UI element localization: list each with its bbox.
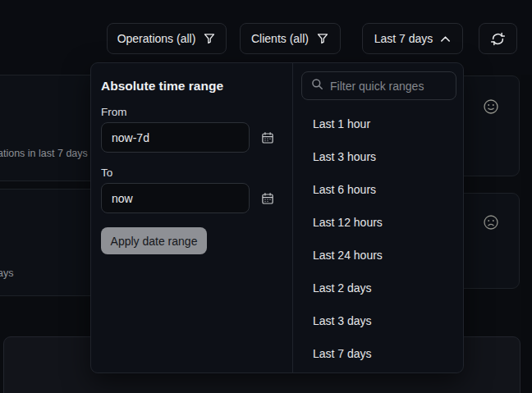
happy-face-icon: [483, 98, 499, 118]
quick-range-item[interactable]: Last 1 hour: [293, 107, 463, 140]
operations-filter-label: Operations (all): [117, 32, 196, 45]
card-caption: ations in last 7 days: [0, 148, 88, 159]
dashboard-screen: ations in last 7 days ays Operations (al…: [0, 0, 532, 393]
from-label: From: [101, 106, 127, 118]
absolute-time-range-heading: Absolute time range: [101, 79, 223, 94]
quick-ranges-filter-input[interactable]: [330, 80, 447, 93]
time-range-dropdown: Absolute time range From To: [90, 62, 464, 373]
refresh-icon: [490, 31, 506, 47]
calendar-icon[interactable]: [259, 190, 276, 207]
time-range-button[interactable]: Last 7 days: [362, 23, 463, 54]
funnel-icon: [203, 32, 216, 45]
quick-range-item[interactable]: Last 24 hours: [293, 239, 463, 272]
quick-range-list: Last 1 hour Last 3 hours Last 6 hours La…: [293, 107, 463, 370]
funnel-icon: [316, 32, 329, 45]
quick-range-item[interactable]: Last 7 days: [293, 337, 463, 370]
to-input[interactable]: [101, 183, 250, 213]
refresh-button[interactable]: [479, 23, 517, 54]
clients-filter-label: Clients (all): [251, 32, 309, 45]
quick-ranges-search-box: [301, 71, 456, 100]
from-input[interactable]: [101, 122, 250, 153]
operations-filter-button[interactable]: Operations (all): [107, 23, 227, 54]
quick-range-item[interactable]: Last 3 hours: [293, 140, 463, 173]
to-label: To: [101, 167, 112, 179]
search-icon: [311, 78, 323, 94]
time-range-label: Last 7 days: [374, 32, 433, 45]
card-caption: ays: [0, 267, 13, 279]
clients-filter-button[interactable]: Clients (all): [240, 23, 341, 54]
sad-face-icon: [483, 214, 499, 234]
calendar-icon[interactable]: [259, 130, 276, 146]
quick-range-item[interactable]: Last 2 days: [293, 272, 463, 304]
quick-range-item[interactable]: Last 3 days: [293, 304, 463, 337]
quick-range-item[interactable]: Last 6 hours: [293, 173, 463, 206]
page-margin: [521, 75, 532, 393]
apply-date-range-button[interactable]: Apply date range: [101, 227, 207, 254]
quick-range-item[interactable]: Last 12 hours: [293, 206, 463, 239]
chevron-up-icon: [440, 35, 451, 43]
